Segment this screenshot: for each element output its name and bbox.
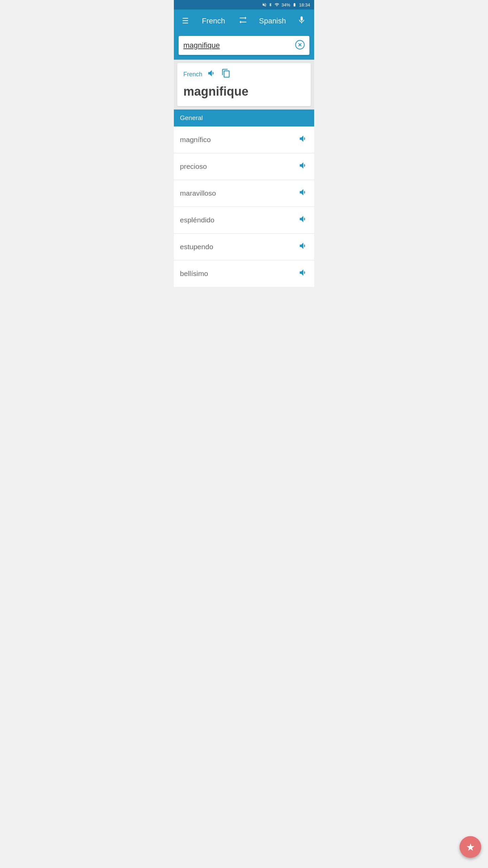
source-language[interactable]: French <box>191 17 236 25</box>
status-icons: 34% 18:34 <box>262 2 310 7</box>
translation-item: maravilloso <box>174 180 314 207</box>
translation-sound-button[interactable] <box>299 161 308 172</box>
translation-word: maravilloso <box>180 189 216 197</box>
translation-item: espléndido <box>174 207 314 234</box>
translation-card: French magnifique <box>177 63 311 106</box>
app-bar: ☰ French Spanish <box>174 9 314 33</box>
battery-icon <box>292 3 297 7</box>
translation-word: espléndido <box>180 216 215 224</box>
card-header: French <box>183 68 305 80</box>
translation-word: bellísimo <box>180 270 208 278</box>
target-language[interactable]: Spanish <box>250 17 294 25</box>
translation-item: estupendo <box>174 234 314 260</box>
translation-item: precioso <box>174 153 314 180</box>
translation-item: bellísimo <box>174 260 314 287</box>
translation-word: estupendo <box>180 243 213 251</box>
mute-icon <box>262 2 267 7</box>
microphone-button[interactable] <box>294 13 309 29</box>
translation-word: precioso <box>180 162 207 171</box>
battery-text: 34% <box>281 2 290 7</box>
status-bar: 34% 18:34 <box>174 0 314 9</box>
search-container <box>174 33 314 60</box>
menu-button[interactable]: ☰ <box>179 15 191 27</box>
translation-sound-button[interactable] <box>299 134 308 145</box>
section-title: General <box>180 114 203 121</box>
translation-sound-button[interactable] <box>299 188 308 199</box>
card-container: French magnifique <box>174 60 314 110</box>
time-text: 18:34 <box>299 2 310 7</box>
swap-languages-button[interactable] <box>236 15 250 27</box>
translation-item: magnífico <box>174 126 314 153</box>
translation-sound-button[interactable] <box>299 241 308 253</box>
search-input[interactable] <box>183 41 292 50</box>
translation-sound-button[interactable] <box>299 214 308 226</box>
clear-button[interactable] <box>295 40 305 51</box>
section-header: General <box>174 110 314 126</box>
source-word: magnifique <box>183 84 305 99</box>
card-sound-button[interactable] <box>207 68 217 80</box>
signal-icon <box>274 2 280 7</box>
card-copy-button[interactable] <box>221 68 231 80</box>
translation-sound-button[interactable] <box>299 268 308 279</box>
card-language-label: French <box>183 71 202 78</box>
bluetooth-icon <box>268 2 272 7</box>
search-box <box>179 36 309 55</box>
translation-list: magnífico precioso maravilloso espléndid… <box>174 126 314 287</box>
translation-word: magnífico <box>180 136 211 144</box>
